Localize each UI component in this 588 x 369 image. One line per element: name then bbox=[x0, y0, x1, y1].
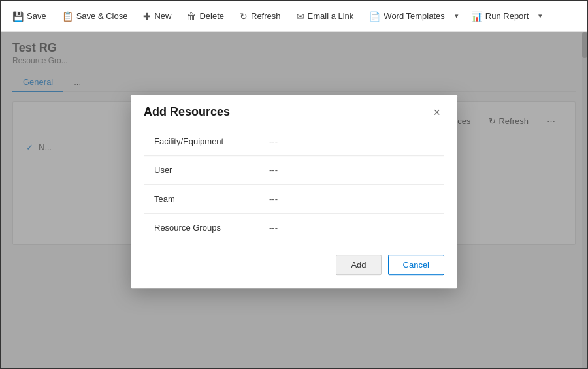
facility-label: Facility/Equipment bbox=[154, 136, 259, 146]
facility-value: --- bbox=[269, 136, 278, 146]
word-icon: 📄 bbox=[369, 11, 380, 22]
run-report-dropdown[interactable]: ▾ bbox=[535, 8, 546, 24]
add-resources-modal: Add Resources × Facility/Equipment --- U… bbox=[131, 95, 457, 288]
new-icon: ✚ bbox=[143, 11, 151, 22]
add-button[interactable]: Add bbox=[336, 255, 381, 275]
resource-row-facility: Facility/Equipment --- bbox=[144, 127, 444, 156]
modal-body: Facility/Equipment --- User --- Team ---… bbox=[131, 127, 457, 242]
email-icon: ✉ bbox=[297, 11, 304, 22]
resource-row-team: Team --- bbox=[144, 185, 444, 214]
save-icon: 💾 bbox=[12, 11, 24, 22]
groups-label: Resource Groups bbox=[154, 223, 259, 233]
modal-footer: Add Cancel bbox=[131, 242, 457, 288]
resource-row-user: User --- bbox=[144, 156, 444, 185]
report-icon: 📊 bbox=[471, 11, 482, 22]
user-value: --- bbox=[269, 165, 278, 175]
save-button[interactable]: 💾 Save bbox=[6, 7, 53, 25]
delete-icon: 🗑 bbox=[187, 11, 196, 22]
team-label: Team bbox=[154, 194, 259, 204]
cancel-button[interactable]: Cancel bbox=[388, 255, 444, 275]
modal-title: Add Resources bbox=[144, 105, 230, 119]
groups-value: --- bbox=[269, 223, 278, 233]
run-report-button[interactable]: 📊 Run Report bbox=[465, 7, 535, 25]
user-label: User bbox=[154, 165, 259, 175]
refresh-button[interactable]: ↻ Refresh bbox=[233, 7, 287, 25]
run-report-group: 📊 Run Report ▾ bbox=[465, 7, 546, 25]
refresh-icon: ↻ bbox=[240, 11, 248, 22]
modal-close-button[interactable]: × bbox=[429, 105, 444, 120]
team-value: --- bbox=[269, 194, 278, 204]
new-button[interactable]: ✚ New bbox=[137, 7, 178, 25]
main-content: Test RG Resource Gro... General ... Add … bbox=[1, 32, 587, 369]
save-close-icon: 📋 bbox=[62, 11, 73, 22]
save-close-button[interactable]: 📋 Save & Close bbox=[56, 7, 135, 25]
email-link-button[interactable]: ✉ Email a Link bbox=[290, 7, 361, 25]
main-toolbar: 💾 Save 📋 Save & Close ✚ New 🗑 Delete ↻ R… bbox=[1, 1, 587, 32]
word-templates-group: 📄 Word Templates ▾ bbox=[363, 7, 461, 25]
delete-button[interactable]: 🗑 Delete bbox=[180, 7, 231, 25]
modal-header: Add Resources × bbox=[131, 95, 457, 127]
word-templates-dropdown[interactable]: ▾ bbox=[451, 8, 462, 24]
resource-row-groups: Resource Groups --- bbox=[144, 214, 444, 242]
word-templates-button[interactable]: 📄 Word Templates bbox=[363, 7, 451, 25]
